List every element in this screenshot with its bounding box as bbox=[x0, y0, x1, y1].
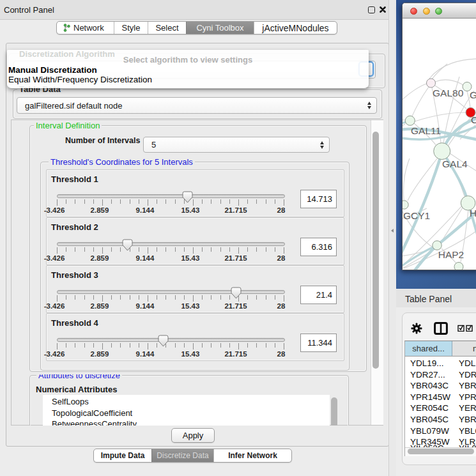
svg-text:GA: GA bbox=[470, 89, 476, 100]
svg-text:GAL80: GAL80 bbox=[433, 88, 464, 98]
svg-text:GCY1: GCY1 bbox=[403, 210, 430, 221]
svg-text:HAP2: HAP2 bbox=[438, 249, 464, 260]
svg-text:GAL4: GAL4 bbox=[442, 158, 468, 169]
svg-text:GAL11: GAL11 bbox=[411, 125, 441, 136]
svg-text:H: H bbox=[470, 208, 476, 219]
svg-text:C: C bbox=[471, 114, 476, 125]
